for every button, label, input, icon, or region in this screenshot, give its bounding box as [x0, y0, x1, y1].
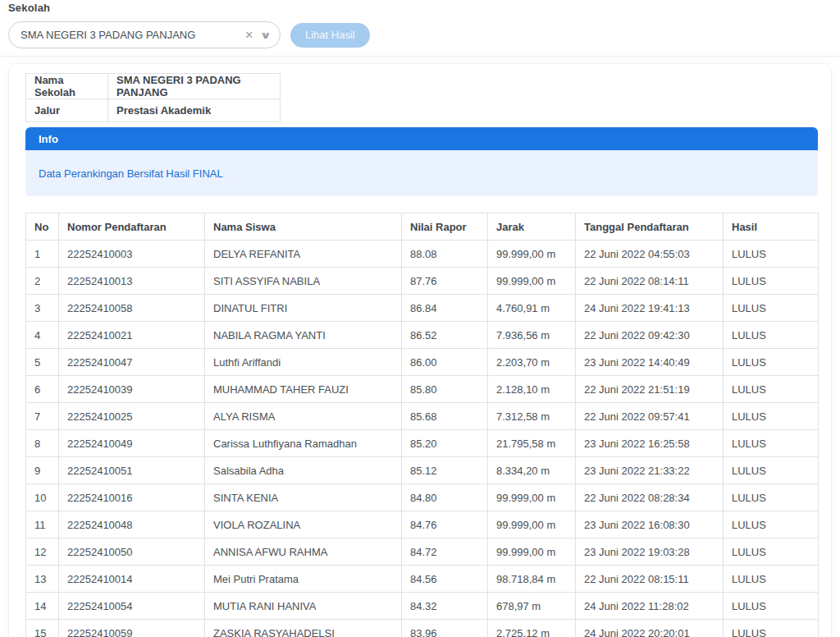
- table-cell: 2.203,70 m: [488, 349, 576, 376]
- table-cell: Salsabila Adha: [205, 457, 402, 484]
- table-cell: 88.08: [402, 241, 488, 268]
- table-cell: 23 Juni 2022 16:08:30: [576, 511, 724, 538]
- table-cell: 6: [26, 376, 59, 403]
- table-cell: 2.725,12 m: [488, 620, 576, 637]
- filter-bar: Sekolah SMA NEGERI 3 PADANG PANJANG ✕ ∨ …: [0, 0, 840, 48]
- table-row: 1522252410059ZASKIA RASYAHADELSI83.962.7…: [26, 620, 819, 637]
- table-cell: 86.00: [402, 349, 488, 376]
- table-cell: 22252410016: [59, 484, 205, 511]
- table-cell: 22252410014: [59, 566, 205, 593]
- table-cell: 22252410050: [59, 538, 205, 566]
- table-cell: 14: [26, 593, 59, 620]
- table-cell: 2.128,10 m: [488, 376, 576, 403]
- table-cell: LULUS: [724, 620, 819, 637]
- table-cell: 8.334,20 m: [488, 457, 576, 484]
- table-cell: LULUS: [724, 566, 819, 593]
- table-cell: 86.84: [402, 295, 488, 322]
- table-cell: 5: [26, 349, 59, 376]
- table-cell: 24 Juni 2022 11:28:02: [576, 593, 724, 620]
- table-cell: SINTA KENIA: [205, 484, 402, 511]
- column-header: Nama Siswa: [205, 213, 402, 241]
- table-cell: 22 Juni 2022 21:51:19: [576, 376, 724, 403]
- table-cell: 86.52: [402, 322, 488, 349]
- table-cell: MUHAMMAD TAHER FAUZI: [205, 376, 402, 403]
- table-cell: 22252410047: [59, 349, 205, 376]
- table-cell: Carissa Luthfiyana Ramadhan: [205, 430, 402, 457]
- table-cell: 7.936,56 m: [488, 322, 576, 349]
- table-cell: 83.96: [402, 620, 488, 637]
- table-cell: 85.20: [402, 430, 488, 457]
- clear-icon[interactable]: ✕: [244, 30, 253, 40]
- summary-cell: Jalur: [26, 99, 108, 122]
- table-row: 1322252410014Mei Putri Pratama84.5698.71…: [26, 566, 819, 593]
- table-row: 822252410049Carissa Luthfiyana Ramadhan8…: [26, 430, 819, 457]
- table-cell: 22 Juni 2022 09:42:30: [576, 322, 724, 349]
- summary-cell: Prestasi Akademik: [108, 99, 281, 122]
- summary-row: JalurPrestasi Akademik: [26, 99, 281, 122]
- table-cell: LULUS: [724, 538, 819, 566]
- table-cell: 22252410025: [59, 403, 205, 430]
- table-cell: 23 Juni 2022 19:03:28: [576, 538, 724, 566]
- table-row: 1022252410016SINTA KENIA84.8099.999,00 m…: [26, 484, 819, 511]
- table-row: 322252410058DINATUL FITRI86.844.760,91 m…: [26, 295, 819, 322]
- table-cell: 84.32: [402, 593, 488, 620]
- table-cell: Mei Putri Pratama: [205, 566, 402, 593]
- chevron-down-icon[interactable]: ∨: [260, 30, 272, 40]
- table-cell: LULUS: [724, 295, 819, 322]
- table-cell: 22252410003: [59, 241, 205, 268]
- table-cell: 22252410054: [59, 593, 205, 620]
- table-cell: LULUS: [724, 403, 819, 430]
- table-cell: 22252410048: [59, 511, 205, 538]
- table-cell: 7: [26, 403, 59, 430]
- info-alert-message: Data Perankingan Bersifat Hasil FINAL: [25, 150, 818, 196]
- table-cell: 98.718,84 m: [488, 566, 576, 593]
- table-cell: SITI ASSYIFA NABILA: [205, 268, 402, 295]
- column-header: No: [26, 213, 59, 241]
- table-row: 522252410047Luthfi Ariffandi86.002.203,7…: [26, 349, 819, 376]
- table-cell: 84.72: [402, 538, 488, 566]
- table-cell: 4.760,91 m: [488, 295, 576, 322]
- table-cell: LULUS: [724, 322, 819, 349]
- table-row: 1122252410048VIOLA ROZALINA84.7699.999,0…: [26, 511, 819, 538]
- table-cell: 21.795,58 m: [488, 430, 576, 457]
- table-cell: 2: [26, 268, 59, 295]
- table-row: 122252410003DELYA REFANITA88.0899.999,00…: [26, 241, 819, 268]
- school-summary-body: Nama SekolahSMA NEGERI 3 PADANG PANJANGJ…: [26, 74, 281, 122]
- table-cell: 99.999,00 m: [488, 484, 576, 511]
- table-cell: 84.80: [402, 484, 488, 511]
- table-cell: LULUS: [724, 593, 819, 620]
- table-cell: MUTIA RANI HANIVA: [205, 593, 402, 620]
- table-cell: 1: [26, 241, 59, 268]
- table-cell: 85.12: [402, 457, 488, 484]
- table-cell: LULUS: [724, 349, 819, 376]
- table-row: 622252410039MUHAMMAD TAHER FAUZI85.802.1…: [26, 376, 819, 403]
- column-header: Nomor Pendaftaran: [59, 213, 205, 241]
- table-cell: 22252410051: [59, 457, 205, 484]
- table-cell: ANNISA AFWU RAHMA: [205, 538, 402, 566]
- table-row: 222252410013SITI ASSYIFA NABILA87.7699.9…: [26, 268, 819, 295]
- table-cell: ALYA RISMA: [205, 403, 402, 430]
- table-cell: 22 Juni 2022 08:15:11: [576, 566, 724, 593]
- table-cell: LULUS: [724, 511, 819, 538]
- top-divider: [0, 56, 840, 57]
- table-row: 922252410051Salsabila Adha85.128.334,20 …: [26, 457, 819, 484]
- table-cell: DINATUL FITRI: [205, 295, 402, 322]
- table-cell: 22 Juni 2022 09:57:41: [576, 403, 724, 430]
- table-cell: 22 Juni 2022 04:55:03: [576, 241, 724, 268]
- table-row: 1422252410054MUTIA RANI HANIVA84.32678,9…: [26, 593, 819, 620]
- table-cell: 3: [26, 295, 59, 322]
- table-cell: 15: [26, 620, 59, 637]
- school-select[interactable]: SMA NEGERI 3 PADANG PANJANG ✕ ∨: [8, 21, 281, 48]
- lihat-hasil-button[interactable]: Lihat Hasil: [290, 23, 370, 48]
- table-cell: 7.312,58 m: [488, 403, 576, 430]
- table-cell: 22252410021: [59, 322, 205, 349]
- table-cell: 22252410059: [59, 620, 205, 637]
- ranking-table-header-row: NoNomor PendaftaranNama SiswaNilai Rapor…: [26, 213, 819, 241]
- table-cell: 22 Juni 2022 08:28:34: [576, 484, 724, 511]
- column-header: Jarak: [488, 213, 576, 241]
- table-cell: 12: [26, 538, 59, 566]
- results-card: Nama SekolahSMA NEGERI 3 PADANG PANJANGJ…: [8, 63, 832, 637]
- table-cell: 11: [26, 511, 59, 538]
- table-cell: 22252410013: [59, 268, 205, 295]
- table-cell: 23 Juni 2022 16:25:58: [576, 430, 724, 457]
